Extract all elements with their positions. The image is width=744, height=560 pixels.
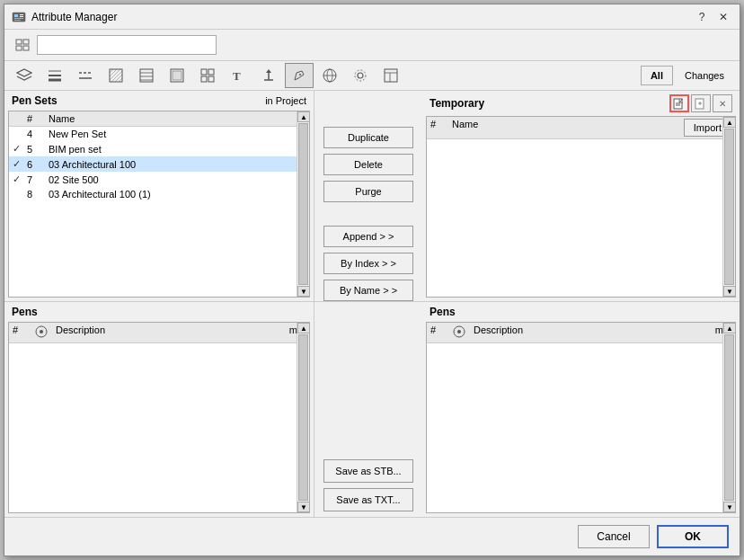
svg-rect-25 xyxy=(201,76,207,82)
svg-rect-22 xyxy=(173,71,182,80)
pens-left-list-header: # Description mm xyxy=(9,323,309,343)
scroll-thumb[interactable] xyxy=(724,334,734,501)
pen-sets-icon xyxy=(291,67,307,84)
lines-toolbar-btn[interactable] xyxy=(40,63,69,88)
text-icon: T xyxy=(230,67,246,84)
tab-all[interactable]: All xyxy=(641,66,673,85)
scroll-thumb[interactable] xyxy=(724,129,734,285)
close-button[interactable]: ✕ xyxy=(714,8,732,26)
svg-rect-3 xyxy=(20,16,23,17)
temporary-panel: Temporary xyxy=(422,91,740,301)
scroll-thumb[interactable] xyxy=(298,334,308,501)
ok-button[interactable]: OK xyxy=(657,525,729,548)
lower-middle-panel: Save as STB... Save as TXT... xyxy=(314,302,422,517)
list-scrollbar[interactable]: ▲ ▼ xyxy=(297,111,309,297)
header-check xyxy=(13,113,27,124)
pens-left-header: Pens xyxy=(4,302,314,322)
fill-icon xyxy=(108,67,124,84)
pens-icon-col xyxy=(34,324,56,341)
list-item[interactable]: 8 03 Architectural 100 (1) xyxy=(9,187,309,201)
lower-area: Pens # Description mm ▲ ▼ xyxy=(4,301,740,517)
svg-rect-2 xyxy=(20,14,23,15)
temp-header-name: Name xyxy=(452,119,684,137)
list-item[interactable]: ✓ 7 02 Site 500 xyxy=(9,172,309,187)
pens-left-list[interactable]: # Description mm ▲ ▼ xyxy=(8,322,310,513)
svg-point-36 xyxy=(355,70,366,81)
list-item[interactable]: 4 New Pen Set xyxy=(9,127,309,141)
delete-button[interactable]: Delete xyxy=(323,154,413,175)
pens-right-list[interactable]: # Description mm ▲ ▼ xyxy=(426,322,736,513)
toolbar-icon-btn[interactable] xyxy=(10,33,35,57)
grid-toolbar-btn[interactable] xyxy=(193,63,222,88)
scroll-up[interactable]: ▲ xyxy=(723,323,736,333)
svg-rect-16 xyxy=(110,69,122,82)
close-temp-button[interactable]: ✕ xyxy=(713,94,732,112)
pen-sets-list-header: # Name xyxy=(9,111,309,127)
cancel-button[interactable]: Cancel xyxy=(578,525,650,548)
pens-num-col: # xyxy=(13,324,34,341)
svg-marker-29 xyxy=(266,69,271,73)
purge-button[interactable]: Purge xyxy=(323,181,413,202)
append-button[interactable]: Append > > xyxy=(323,226,413,247)
svg-rect-9 xyxy=(23,46,29,50)
temporary-header: Temporary xyxy=(422,91,740,116)
temp-list-scrollbar[interactable]: ▲ ▼ xyxy=(722,117,735,297)
composite-icon xyxy=(138,67,155,84)
list-item[interactable]: ✓ 6 03 Architectural 100 xyxy=(9,156,309,172)
pen-sets-panel: Pen Sets in Project # Name 4 New Pen Set… xyxy=(4,91,314,301)
scroll-up[interactable]: ▲ xyxy=(297,111,310,122)
title-bar: Attribute Manager ? ✕ xyxy=(4,4,740,30)
scroll-down[interactable]: ▼ xyxy=(297,502,310,512)
pens-right-num-col: # xyxy=(430,324,452,341)
pens-right-scrollbar[interactable]: ▲ ▼ xyxy=(722,323,735,512)
svg-marker-10 xyxy=(17,69,31,76)
scroll-thumb[interactable] xyxy=(298,123,308,285)
temporary-list[interactable]: # Name Import ▲ ▼ xyxy=(426,116,736,298)
help-button[interactable]: ? xyxy=(693,8,711,26)
list-item[interactable]: ✓ 5 BIM pen set xyxy=(9,141,309,156)
fill-toolbar-btn[interactable] xyxy=(102,63,130,88)
globe-toolbar-btn[interactable] xyxy=(315,63,344,88)
by-name-button[interactable]: By Name > > xyxy=(323,280,413,301)
scroll-down[interactable]: ▼ xyxy=(723,286,736,297)
scroll-down[interactable]: ▼ xyxy=(723,502,736,512)
svg-rect-7 xyxy=(23,40,29,44)
svg-rect-6 xyxy=(16,40,22,44)
pen-sets-header: Pen Sets in Project xyxy=(4,91,314,111)
import-from-file-button[interactable] xyxy=(669,94,689,112)
tab-changes[interactable]: Changes xyxy=(675,66,734,85)
new-temp-button[interactable] xyxy=(691,94,711,112)
pens-right-desc-col: Description xyxy=(474,324,704,341)
line-type-toolbar-btn[interactable] xyxy=(71,63,100,88)
pens-right-list-header: # Description mm xyxy=(427,323,735,343)
pens-left-scrollbar[interactable]: ▲ ▼ xyxy=(297,323,309,512)
svg-rect-8 xyxy=(16,46,22,50)
save-txt-button[interactable]: Save as TXT... xyxy=(323,488,413,511)
arrow-toolbar-btn[interactable] xyxy=(254,63,283,88)
import-file-icon xyxy=(673,97,686,110)
pen-sets-list[interactable]: # Name 4 New Pen Set ✓ 5 BIM pen set ✓ 6… xyxy=(8,111,310,298)
scroll-up[interactable]: ▲ xyxy=(297,323,310,333)
scroll-down[interactable]: ▼ xyxy=(297,286,310,297)
pens-right-header: Pens xyxy=(422,302,740,322)
duplicate-button[interactable]: Duplicate xyxy=(323,127,413,148)
globe-icon xyxy=(322,67,338,84)
header-num: # xyxy=(27,113,49,124)
text-toolbar-btn[interactable]: T xyxy=(224,63,252,88)
footer: Cancel OK xyxy=(4,517,740,556)
settings-toolbar-btn[interactable] xyxy=(346,63,375,88)
pen-toolbar-btn[interactable] xyxy=(285,63,314,88)
scroll-up[interactable]: ▲ xyxy=(723,117,736,128)
svg-point-31 xyxy=(299,74,301,76)
layers-toolbar-btn[interactable] xyxy=(10,63,39,88)
composite2-toolbar-btn[interactable] xyxy=(163,63,191,88)
by-index-button[interactable]: By Index > > xyxy=(323,253,413,274)
lines-icon xyxy=(47,67,63,84)
svg-rect-23 xyxy=(201,69,207,75)
composite-toolbar-btn[interactable] xyxy=(132,63,161,88)
header-name: Name xyxy=(49,113,306,124)
table-toolbar-btn[interactable] xyxy=(376,63,405,88)
save-stb-button[interactable]: Save as STB... xyxy=(323,459,413,483)
main-content: Pen Sets in Project # Name 4 New Pen Set… xyxy=(4,91,740,301)
search-input[interactable] xyxy=(37,35,217,55)
